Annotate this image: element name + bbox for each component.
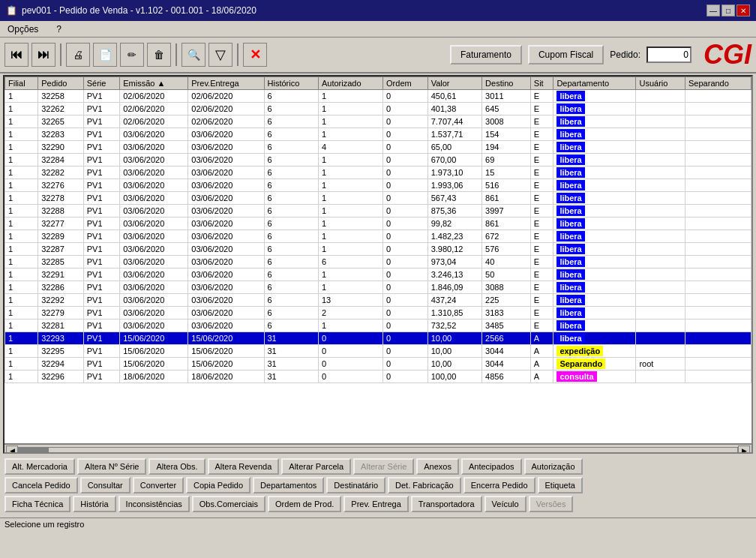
toolbar-right: Faturamento Cupom Fiscal Pedido: CGI: [450, 39, 752, 70]
ordem-de-prod.-button[interactable]: Ordem de Prod.: [268, 496, 341, 512]
delete-button[interactable]: 🗑: [147, 43, 171, 67]
col-departamento[interactable]: Departamento: [554, 77, 636, 90]
destinatário-button[interactable]: Destinatário: [326, 477, 386, 494]
separator1: [60, 44, 62, 66]
toolbar: ⏮ ⏭ 🖨 📄 ✏ 🗑 🔍 ▽ ✕ Faturamento Cupom Fisc…: [0, 38, 756, 74]
table-row[interactable]: 132289PV103/06/202003/06/20206101.482,23…: [5, 230, 752, 243]
table-row[interactable]: 132279PV103/06/202003/06/20206201.310,85…: [5, 307, 752, 320]
encerra-pedido-button[interactable]: Encerra Pedido: [464, 477, 536, 494]
col-autorizado[interactable]: Autorizado: [318, 77, 382, 90]
menu-help[interactable]: ?: [53, 23, 64, 35]
restore-button[interactable]: □: [722, 4, 735, 16]
table-row[interactable]: 132292PV103/06/202003/06/20206130437,242…: [5, 294, 752, 307]
table-row[interactable]: 132286PV103/06/202003/06/20206101.846,09…: [5, 281, 752, 294]
alt.-mercadoria-button[interactable]: Alt. Mercadoria: [4, 458, 75, 475]
col-prev-entrega[interactable]: Prev.Entrega: [188, 77, 264, 90]
button-row-2: Cancela PedidoConsultarConverterCopia Pe…: [4, 477, 752, 494]
altera-nº-série-button[interactable]: Altera Nº Série: [77, 458, 147, 475]
col-emissao[interactable]: Emissão ▲: [120, 77, 188, 90]
title-controls: — □ ✕: [706, 4, 750, 16]
col-filial[interactable]: Filial: [5, 77, 38, 90]
table-container[interactable]: Filial Pedido Série Emissão ▲ Prev.Entre…: [4, 76, 752, 444]
obs.comerciais-button[interactable]: Obs.Comerciais: [192, 496, 266, 512]
copia-pedido-button[interactable]: Copia Pedido: [186, 477, 250, 494]
table-row[interactable]: 132265PV102/06/202002/06/20206107.707,44…: [5, 116, 752, 128]
title-text: pev001 - Pedido de Venda - v1.102 - 001.…: [22, 5, 256, 16]
table-row[interactable]: 132281PV103/06/202003/06/2020610732,5234…: [5, 320, 752, 332]
table-row[interactable]: 132262PV102/06/202002/06/2020610401,3864…: [5, 103, 752, 116]
table-row[interactable]: 132284PV103/06/202003/06/2020610670,0069…: [5, 154, 752, 166]
table-row[interactable]: 132258PV102/06/202002/06/2020610450,6130…: [5, 90, 752, 103]
last-button[interactable]: ⏭: [32, 43, 56, 67]
cancel-button[interactable]: ✕: [243, 43, 267, 67]
departamentos-button[interactable]: Departamentos: [253, 477, 324, 494]
table-row[interactable]: 132282PV103/06/202003/06/20206101.973,10…: [5, 166, 752, 179]
veículo-button[interactable]: Veículo: [484, 496, 526, 512]
search-button[interactable]: 🔍: [182, 43, 206, 67]
status-badge: libera: [556, 218, 584, 229]
minimize-button[interactable]: —: [706, 4, 720, 16]
inconsistências-button[interactable]: Inconsistências: [118, 496, 190, 512]
table-row[interactable]: 132283PV103/06/202003/06/20206101.537,71…: [5, 128, 752, 141]
table-row[interactable]: 132278PV103/06/202003/06/2020610567,4386…: [5, 192, 752, 205]
col-pedido[interactable]: Pedido: [38, 77, 84, 90]
filter-button[interactable]: ▽: [208, 43, 232, 67]
col-historico[interactable]: Histórico: [264, 77, 318, 90]
consultar-button[interactable]: Consultar: [80, 477, 130, 494]
etiqueta-button[interactable]: Etiqueta: [538, 477, 583, 494]
transportadora-button[interactable]: Transportadora: [411, 496, 482, 512]
table-row[interactable]: 132293PV115/06/202015/06/2020310010,0025…: [5, 332, 752, 345]
menu-opcoes[interactable]: Opções: [4, 23, 41, 35]
table-row[interactable]: 132276PV103/06/202003/06/20206101.993,06…: [5, 179, 752, 192]
status-badge: libera: [556, 104, 584, 114]
separator3: [237, 44, 238, 66]
table-row[interactable]: 132285PV103/06/202003/06/2020660973,0440…: [5, 256, 752, 268]
table-row[interactable]: 132291PV103/06/202003/06/20206103.246,13…: [5, 268, 752, 281]
col-usuario[interactable]: Usuário: [636, 77, 686, 90]
ficha-técnica-button[interactable]: Ficha Técnica: [4, 496, 70, 512]
status-badge: libera: [556, 244, 584, 254]
close-button[interactable]: ✕: [736, 4, 750, 16]
table-row[interactable]: 132290PV103/06/202003/06/202064065,00194…: [5, 141, 752, 154]
edit-button[interactable]: ✏: [120, 43, 144, 67]
scroll-area: ◀ ▶: [4, 444, 752, 454]
table-header: Filial Pedido Série Emissão ▲ Prev.Entre…: [5, 77, 752, 90]
antecipados-button[interactable]: Antecipados: [461, 458, 522, 475]
cupom-fiscal-button[interactable]: Cupom Fiscal: [528, 45, 604, 64]
autorização-button[interactable]: Autorização: [524, 458, 583, 475]
table-row[interactable]: 132277PV103/06/202003/06/202061099,82861…: [5, 218, 752, 230]
print-button[interactable]: 🖨: [66, 43, 90, 67]
altera-obs.-button[interactable]: Altera Obs.: [148, 458, 205, 475]
faturamento-button[interactable]: Faturamento: [450, 45, 522, 64]
prev.-entrega-button[interactable]: Prev. Entrega: [344, 496, 408, 512]
table-row[interactable]: 132288PV103/06/202003/06/2020610875,3639…: [5, 205, 752, 218]
história-button[interactable]: História: [73, 496, 116, 512]
col-sit[interactable]: Sit: [530, 77, 554, 90]
table-row[interactable]: 132295PV115/06/202015/06/2020310010,0030…: [5, 345, 752, 358]
status-badge: Separando: [556, 358, 605, 369]
status-text: Selecione um registro: [4, 520, 84, 529]
col-destino[interactable]: Destino: [482, 77, 531, 90]
pedido-input[interactable]: [646, 46, 692, 63]
scroll-right[interactable]: ▶: [738, 446, 750, 454]
status-badge: libera: [556, 333, 584, 344]
col-separando[interactable]: Separando: [686, 77, 752, 90]
button-row-1: Alt. MercadoriaAltera Nº SérieAltera Obs…: [4, 458, 752, 475]
status-badge: libera: [556, 129, 584, 140]
status-bar: Selecione um registro: [0, 518, 756, 532]
table-row[interactable]: 132294PV115/06/202015/06/2020310010,0030…: [5, 358, 752, 370]
table-row[interactable]: 132287PV103/06/202003/06/20206103.980,12…: [5, 243, 752, 256]
scroll-left[interactable]: ◀: [6, 446, 18, 454]
det.-fabricação-button[interactable]: Det. Fabricação: [388, 477, 461, 494]
converter-button[interactable]: Converter: [133, 477, 184, 494]
col-ordem[interactable]: Ordem: [383, 77, 428, 90]
first-button[interactable]: ⏮: [4, 43, 28, 67]
col-valor[interactable]: Valor: [428, 77, 482, 90]
alterar-parcela-button[interactable]: Alterar Parcela: [281, 458, 351, 475]
cancela-pedido-button[interactable]: Cancela Pedido: [4, 477, 78, 494]
new-button[interactable]: 📄: [93, 43, 117, 67]
col-serie[interactable]: Série: [83, 77, 120, 90]
table-row[interactable]: 132296PV118/06/202018/06/20203100100,004…: [5, 370, 752, 383]
altera-revenda-button[interactable]: Altera Revenda: [208, 458, 280, 475]
anexos-button[interactable]: Anexos: [416, 458, 459, 475]
